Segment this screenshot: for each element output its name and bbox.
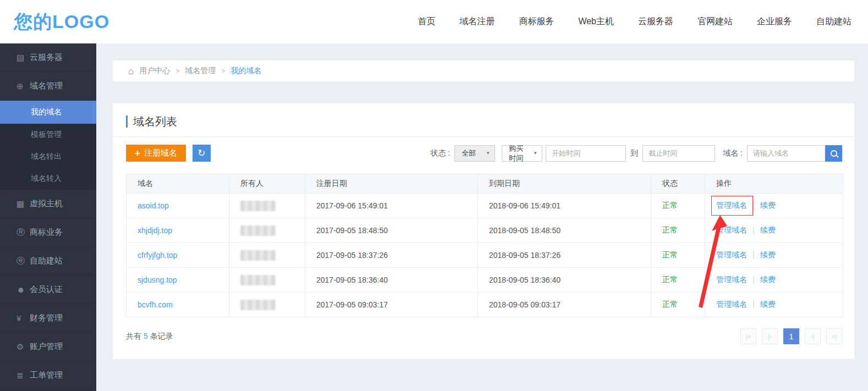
breadcrumb-item[interactable]: 用户中心 (139, 66, 170, 76)
virtual-host-icon: ▦ (17, 199, 30, 209)
domain-list-panel: 域名列表 + 注册域名 ↻ 状态 : 全部 ▼ 购买时间 (113, 103, 854, 359)
renew-link[interactable]: 续费 (760, 275, 776, 284)
top-nav-item[interactable]: 商标服务 (519, 16, 554, 27)
domain-table: 域名所有人注册日期到期日期状态操作 asoid.top2017-09-06 15… (126, 174, 843, 317)
domain-cell: sjdusng.top (127, 268, 229, 293)
top-nav-item[interactable]: 官网建站 (697, 16, 733, 27)
sidebar-item[interactable]: ⓔ自助建站 (0, 247, 96, 276)
expires-cell: 2018-09-05 09:03:17 (478, 293, 651, 317)
sidebar-subitem[interactable]: 模板管理 (0, 124, 96, 146)
actions-cell: 管理域名|续费 (705, 218, 843, 243)
time-type-select[interactable]: 购买时间 ▼ (502, 145, 542, 162)
owner-cell (229, 218, 305, 243)
sidebar-item-label: 工单管理 (30, 370, 63, 381)
status-badge: 正常 (662, 225, 678, 234)
actions-cell: 管理域名|续费 (705, 243, 843, 268)
summary-prefix: 共有 (126, 332, 141, 340)
time-type-value: 购买时间 (509, 144, 529, 163)
column-header: 域名 (127, 174, 229, 194)
top-nav-item[interactable]: Web主机 (578, 16, 614, 27)
domain-filter-label: 域名 : (723, 148, 743, 158)
chevron-down-icon: ▼ (533, 151, 537, 156)
top-nav-item[interactable]: 云服务器 (638, 16, 673, 27)
registered-cell: 2017-09-05 09:03:17 (305, 293, 478, 317)
sidebar-item[interactable]: ⚙账户管理 (0, 333, 96, 361)
top-nav: 首页域名注册商标服务Web主机云服务器官网建站企业服务自助建站 (417, 16, 851, 27)
renew-link[interactable]: 续费 (760, 300, 776, 309)
status-badge: 正常 (662, 201, 678, 210)
domain-search-input[interactable] (747, 145, 825, 162)
domain-link[interactable]: asoid.top (138, 201, 169, 210)
manage-domain-link[interactable]: 管理域名 (716, 250, 747, 259)
domain-link[interactable]: cfrfyjfgh.top (138, 251, 177, 260)
status-select[interactable]: 全部 ▼ (454, 145, 495, 162)
refresh-icon: ↻ (197, 147, 205, 159)
owner-cell (229, 194, 305, 218)
sidebar-subitem[interactable]: 域名转出 (0, 146, 96, 168)
sidebar-item[interactable]: ☻会员认证 (0, 276, 96, 304)
table-header-row: 域名所有人注册日期到期日期状态操作 (127, 174, 843, 194)
start-date-input[interactable] (546, 145, 626, 162)
end-date-input[interactable] (642, 145, 715, 162)
register-domain-button[interactable]: + 注册域名 (126, 145, 186, 162)
domain-link[interactable]: xhjdjdj.top (138, 226, 172, 235)
action-separator: | (752, 275, 755, 284)
breadcrumb-items: 用户中心>域名管理>我的域名 (139, 66, 261, 76)
last-page-button[interactable]: »| (826, 328, 842, 344)
table-row: cfrfyjfgh.top2017-09-05 18:37:262018-09-… (127, 243, 843, 268)
sidebar-subitem[interactable]: 域名转入 (0, 168, 96, 190)
renew-link[interactable]: 续费 (760, 225, 776, 234)
owner-redacted-blur (240, 300, 276, 310)
plus-icon: + (135, 148, 140, 159)
sidebar-item[interactable]: Ⓡ商标业务 (0, 218, 96, 247)
owner-cell (229, 293, 305, 317)
cloud-server-icon: ▤ (17, 53, 30, 63)
sidebar-item[interactable]: ¥财务管理 (0, 304, 96, 333)
actions-cell: 管理域名|续费 (705, 268, 843, 293)
site-logo[interactable]: 您的LOGO (14, 9, 109, 35)
manage-domain-link[interactable]: 管理域名 (716, 225, 747, 234)
domain-link[interactable]: bcvfh.com (138, 300, 173, 309)
top-nav-item[interactable]: 自助建站 (816, 16, 851, 27)
manage-domain-link[interactable]: 管理域名 (716, 300, 747, 309)
renew-link[interactable]: 续费 (760, 201, 776, 210)
sidebar-item[interactable]: ≣工单管理 (0, 361, 96, 390)
sidebar-item[interactable]: ▤云服务器 (0, 43, 96, 72)
top-nav-item[interactable]: 企业服务 (757, 16, 792, 27)
pagination: |«|‹1›|»| (740, 328, 842, 344)
top-nav-item[interactable]: 首页 (417, 16, 435, 27)
owner-redacted-blur (240, 201, 276, 211)
sidebar-item[interactable]: ⊕域名管理 (0, 72, 96, 101)
action-separator: | (752, 225, 755, 234)
owner-cell (229, 268, 305, 293)
renew-link[interactable]: 续费 (760, 250, 776, 259)
top-nav-item[interactable]: 域名注册 (459, 16, 495, 27)
to-label: 到 (630, 148, 638, 158)
domain-link[interactable]: sjdusng.top (138, 276, 177, 284)
registered-cell: 2017-09-06 15:49:01 (305, 194, 478, 218)
column-header: 到期日期 (478, 174, 651, 194)
refresh-button[interactable]: ↻ (193, 145, 211, 162)
status-filter-label: 状态 : (430, 148, 450, 158)
summary-suffix: 条记录 (150, 332, 173, 340)
breadcrumb-item[interactable]: 域名管理 (185, 66, 216, 76)
page-1-button[interactable]: 1 (783, 328, 799, 344)
column-header: 操作 (705, 174, 843, 194)
sidebar: ▤云服务器⊕域名管理我的域名模板管理域名转出域名转入▦虚拟主机Ⓡ商标业务ⓔ自助建… (0, 43, 96, 391)
search-button[interactable] (825, 145, 842, 162)
next-page-button[interactable]: ›| (805, 328, 821, 344)
domain-icon: ⊕ (17, 81, 30, 91)
registered-cell: 2017-09-05 18:37:26 (305, 243, 478, 268)
manage-domain-link[interactable]: 管理域名 (716, 201, 747, 210)
column-header: 所有人 (229, 174, 305, 194)
prev-page-button[interactable]: |‹ (762, 328, 778, 344)
sidebar-item[interactable]: ▦虚拟主机 (0, 190, 96, 218)
domain-cell: bcvfh.com (127, 293, 229, 317)
manage-domain-link[interactable]: 管理域名 (716, 275, 747, 284)
sidebar-item-label: 商标业务 (30, 227, 63, 238)
first-page-button[interactable]: |« (740, 328, 756, 344)
breadcrumb-separator: > (221, 67, 225, 75)
sidebar-subitem[interactable]: 我的域名 (0, 101, 96, 124)
status-badge: 正常 (662, 250, 678, 259)
manage-wrap: 管理域名 (716, 300, 747, 309)
